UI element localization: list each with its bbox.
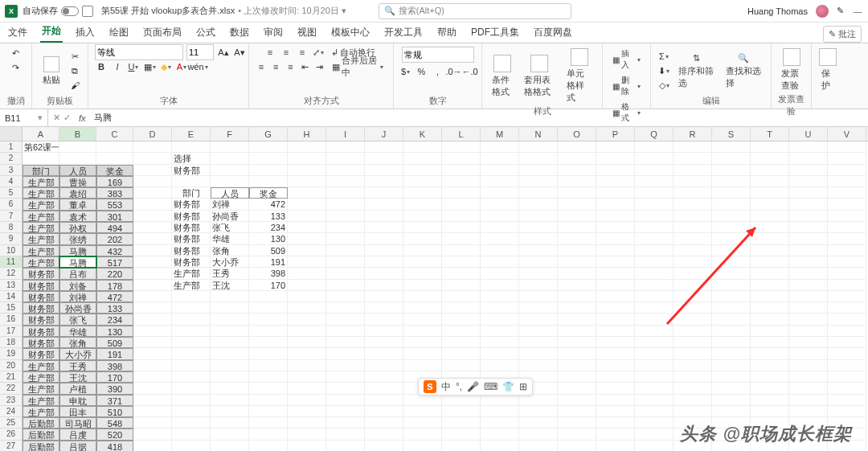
cell[interactable] bbox=[365, 141, 403, 153]
fill-icon[interactable]: ⬇ bbox=[657, 64, 670, 77]
cell[interactable] bbox=[326, 337, 365, 348]
cell[interactable] bbox=[519, 395, 558, 406]
col-header-P[interactable]: P bbox=[596, 127, 635, 141]
cell[interactable]: 472 bbox=[96, 291, 133, 302]
cell[interactable]: 301 bbox=[96, 211, 133, 222]
cell[interactable] bbox=[635, 211, 674, 222]
col-header-M[interactable]: M bbox=[481, 127, 519, 141]
cell[interactable]: 生产部 bbox=[23, 176, 59, 187]
cell[interactable] bbox=[635, 233, 674, 244]
cell[interactable] bbox=[789, 199, 828, 210]
col-header-F[interactable]: F bbox=[211, 127, 249, 141]
cell[interactable] bbox=[596, 291, 635, 302]
cell[interactable] bbox=[674, 245, 712, 256]
cell[interactable] bbox=[403, 176, 442, 187]
toggle-icon[interactable] bbox=[61, 6, 79, 16]
cell[interactable] bbox=[133, 428, 172, 440]
cell[interactable] bbox=[326, 348, 365, 359]
cell[interactable] bbox=[751, 383, 789, 394]
cell[interactable] bbox=[481, 302, 519, 314]
cell[interactable] bbox=[519, 441, 558, 451]
cell[interactable] bbox=[481, 395, 519, 406]
cell[interactable] bbox=[635, 187, 674, 199]
cell[interactable] bbox=[674, 176, 712, 187]
align-right-icon[interactable]: ≡ bbox=[285, 60, 296, 73]
cell[interactable] bbox=[712, 348, 751, 359]
cell[interactable]: 生产部 bbox=[23, 395, 59, 406]
cell[interactable]: 吕虔 bbox=[59, 428, 96, 440]
align-center-icon[interactable]: ≡ bbox=[270, 60, 281, 73]
tab-数据[interactable]: 数据 bbox=[228, 23, 251, 43]
cell[interactable] bbox=[365, 360, 403, 371]
cell[interactable] bbox=[596, 165, 635, 176]
cell[interactable]: 178 bbox=[96, 280, 133, 291]
find-select-button[interactable]: 🔍查找和选择 bbox=[723, 51, 765, 91]
cell[interactable] bbox=[481, 428, 519, 440]
cell[interactable] bbox=[59, 141, 96, 153]
cell[interactable] bbox=[442, 222, 481, 233]
cell[interactable] bbox=[519, 348, 558, 359]
cell[interactable] bbox=[674, 233, 712, 244]
cell[interactable] bbox=[481, 326, 519, 337]
cell[interactable]: 169 bbox=[96, 176, 133, 187]
cell[interactable] bbox=[674, 395, 712, 406]
cell[interactable]: 马腾 bbox=[59, 256, 96, 268]
cell[interactable] bbox=[635, 291, 674, 302]
cell[interactable] bbox=[712, 153, 751, 164]
tab-页面布局[interactable]: 页面布局 bbox=[141, 23, 183, 43]
cell[interactable] bbox=[211, 326, 249, 337]
cell[interactable] bbox=[481, 176, 519, 187]
cell[interactable] bbox=[442, 302, 481, 314]
cell[interactable] bbox=[365, 417, 403, 428]
cell[interactable] bbox=[442, 141, 481, 153]
cell[interactable] bbox=[712, 302, 751, 314]
cell[interactable] bbox=[674, 280, 712, 291]
cell[interactable] bbox=[249, 291, 288, 302]
cell[interactable] bbox=[558, 371, 596, 383]
cell[interactable]: 财务部 bbox=[23, 337, 59, 348]
cell[interactable] bbox=[712, 280, 751, 291]
cell[interactable] bbox=[172, 371, 211, 383]
cell[interactable] bbox=[442, 360, 481, 371]
cell[interactable] bbox=[288, 222, 326, 233]
cell[interactable] bbox=[249, 406, 288, 417]
cell[interactable] bbox=[365, 314, 403, 325]
cell[interactable] bbox=[96, 153, 133, 164]
cell[interactable] bbox=[481, 268, 519, 279]
cell[interactable]: 人员 bbox=[211, 187, 249, 199]
cell[interactable] bbox=[635, 326, 674, 337]
cell[interactable] bbox=[326, 211, 365, 222]
col-header-E[interactable]: E bbox=[172, 127, 211, 141]
cell[interactable] bbox=[133, 395, 172, 406]
tab-帮助[interactable]: 帮助 bbox=[436, 23, 458, 43]
conditional-format-button[interactable]: 条件格式 bbox=[489, 53, 516, 100]
row-header[interactable]: 15 bbox=[0, 302, 23, 314]
cell[interactable] bbox=[442, 337, 481, 348]
cell[interactable] bbox=[751, 176, 789, 187]
cell[interactable]: 509 bbox=[96, 337, 133, 348]
cell[interactable] bbox=[712, 141, 751, 153]
cell[interactable] bbox=[403, 141, 442, 153]
formula-input[interactable]: 马腾 bbox=[89, 112, 117, 124]
inc-decimal-icon[interactable]: .0→ bbox=[448, 65, 461, 78]
cell[interactable] bbox=[172, 291, 211, 302]
col-header-B[interactable]: B bbox=[59, 127, 96, 141]
cell[interactable]: 202 bbox=[96, 233, 133, 244]
cell[interactable] bbox=[635, 176, 674, 187]
cell[interactable] bbox=[712, 211, 751, 222]
cell[interactable] bbox=[789, 348, 828, 359]
ime-brand-icon[interactable]: S bbox=[424, 380, 436, 393]
tab-文件[interactable]: 文件 bbox=[6, 23, 29, 43]
decrease-font-icon[interactable]: A▾ bbox=[233, 46, 246, 59]
cell[interactable] bbox=[442, 211, 481, 222]
cell[interactable] bbox=[519, 211, 558, 222]
cell[interactable] bbox=[519, 417, 558, 428]
cell[interactable]: 生产部 bbox=[23, 406, 59, 417]
cell[interactable] bbox=[519, 406, 558, 417]
cell[interactable]: 张角 bbox=[59, 337, 96, 348]
cell[interactable]: 董卓 bbox=[59, 199, 96, 210]
cell[interactable] bbox=[403, 187, 442, 199]
cell[interactable]: 人员 bbox=[59, 165, 96, 176]
cell[interactable] bbox=[249, 314, 288, 325]
redo-icon[interactable]: ↷ bbox=[10, 61, 23, 74]
